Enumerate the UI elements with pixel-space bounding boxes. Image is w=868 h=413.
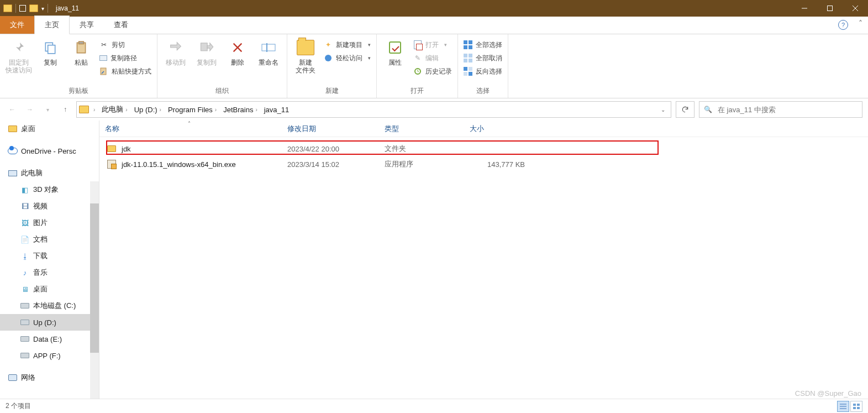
col-date[interactable]: 修改日期 (282, 124, 379, 134)
svg-rect-9 (201, 43, 208, 51)
minimize-button[interactable] (792, 0, 817, 17)
select-all-button[interactable]: 全部选择 (464, 39, 502, 51)
invert-icon (464, 67, 472, 76)
delete-button[interactable]: 删除 (225, 36, 250, 66)
tree-node-3dobjects[interactable]: ◧3D 对象 (0, 181, 99, 198)
group-open: 属性 打开▾ ✎编辑 历史记录 打开 (377, 34, 458, 98)
address-bar[interactable]: › 此电脑› Up (D:)› Program Files› JetBrains… (76, 101, 671, 118)
edit-button[interactable]: ✎编辑 (413, 52, 452, 64)
copyto-icon (198, 39, 215, 56)
easyaccess-icon (324, 54, 333, 62)
breadcrumb-root[interactable]: › (91, 107, 97, 113)
breadcrumb-segment[interactable]: Up (D:)› (132, 106, 164, 114)
folder-icon (106, 145, 117, 152)
minimize-ribbon-icon[interactable]: ˄ (859, 19, 862, 28)
pin-icon (10, 39, 28, 56)
icons-view-button[interactable] (850, 401, 862, 412)
folder-icon (29, 4, 38, 12)
breadcrumb-segment[interactable]: java_11 (262, 106, 292, 114)
breadcrumb-segment[interactable]: Program Files› (166, 106, 219, 114)
group-label: 剪贴板 (69, 86, 88, 98)
svg-rect-21 (853, 407, 856, 409)
cube-icon: ◧ (20, 185, 30, 194)
paste-icon (72, 39, 90, 56)
open-button[interactable]: 打开▾ (413, 39, 452, 51)
details-view-button[interactable] (837, 401, 849, 412)
tree-node-network[interactable]: 网络 (0, 369, 99, 386)
checkbox-icon[interactable] (19, 5, 26, 12)
search-box[interactable]: 🔍 (699, 101, 862, 118)
tree-node-downloads[interactable]: ⭳下载 (0, 248, 99, 264)
easy-access-button[interactable]: 轻松访问▾ (324, 52, 371, 64)
svg-rect-19 (853, 404, 856, 406)
tree-node-edrive[interactable]: Data (E:) (0, 331, 99, 347)
col-name[interactable]: 名称 (99, 124, 282, 134)
tree-node-fdrive[interactable]: APP (F:) (0, 347, 99, 364)
file-row[interactable]: jdk 2023/4/22 20:00 文件夹 (106, 142, 553, 156)
copy-path-button[interactable]: 复制路径 (99, 52, 151, 64)
tree-node-ddrive[interactable]: Up (D:) (0, 314, 99, 331)
tab-file[interactable]: 文件 (0, 16, 34, 34)
pc-icon (8, 169, 18, 177)
paste-button[interactable]: 粘贴 (69, 36, 94, 66)
folder-icon (3, 4, 12, 12)
move-to-button[interactable]: 移动到 (163, 36, 188, 66)
forward-button[interactable]: → (23, 103, 36, 116)
title-bar: ▾ java_11 (0, 0, 868, 17)
tab-share[interactable]: 共享 (70, 16, 104, 34)
svg-rect-7 (79, 41, 84, 44)
breadcrumb-segment[interactable]: 此电脑› (99, 104, 129, 114)
copy-button[interactable]: 复制 (38, 36, 63, 66)
paste-shortcut-button[interactable]: 粘贴快捷方式 (99, 65, 151, 77)
svg-rect-22 (857, 407, 860, 409)
address-dropdown-icon[interactable]: ⌄ (661, 107, 669, 113)
path-icon (99, 55, 107, 61)
chevron-down-icon: ▾ (368, 55, 371, 61)
history-button[interactable]: 历史记录 (413, 65, 452, 77)
tree-node-music[interactable]: ♪音乐 (0, 264, 99, 281)
chevron-down-icon: ▾ (444, 42, 447, 48)
col-size[interactable]: 大小 (464, 124, 547, 134)
tree-node-documents[interactable]: 📄文档 (0, 231, 99, 248)
close-button[interactable] (843, 0, 868, 17)
search-icon: 🔍 (704, 106, 712, 113)
tree-node-cdrive[interactable]: 本地磁盘 (C:) (0, 297, 99, 314)
col-type[interactable]: 类型 (379, 124, 464, 134)
rename-icon (260, 39, 277, 56)
history-icon (413, 67, 422, 76)
svg-rect-1 (828, 6, 833, 11)
help-button[interactable]: ? (838, 20, 848, 30)
tab-home[interactable]: 主页 (34, 15, 70, 34)
tree-node-videos[interactable]: 🎞视频 (0, 198, 99, 215)
breadcrumb-segment[interactable]: JetBrains› (221, 106, 260, 114)
cloud-icon (8, 147, 18, 155)
up-button[interactable]: ↑ (59, 103, 72, 116)
copy-to-button[interactable]: 复制到 (194, 36, 219, 66)
invert-selection-button[interactable]: 反向选择 (464, 65, 502, 77)
qat-dropdown-icon[interactable]: ▾ (41, 6, 44, 12)
tree-scrollbar-thumb[interactable] (90, 203, 99, 353)
properties-button[interactable]: 属性 (382, 36, 408, 66)
rename-button[interactable]: 重命名 (256, 36, 281, 66)
new-folder-button[interactable]: 新建 文件夹 (293, 36, 318, 74)
search-input[interactable] (717, 105, 858, 114)
maximize-button[interactable] (817, 0, 843, 17)
tree-node-pictures[interactable]: 🖼图片 (0, 215, 99, 231)
tab-view[interactable]: 查看 (104, 16, 138, 34)
folder-icon (8, 124, 18, 133)
back-button[interactable]: ← (6, 103, 19, 116)
tree-node-desktop[interactable]: 桌面 (0, 121, 99, 137)
refresh-button[interactable] (676, 101, 695, 118)
tree-node-onedrive[interactable]: OneDrive - Persc (0, 143, 99, 159)
select-none-button[interactable]: 全部取消 (464, 52, 502, 64)
newitem-icon: ✦ (324, 40, 333, 49)
download-icon: ⭳ (20, 252, 30, 260)
cut-button[interactable]: ✂剪切 (99, 39, 151, 51)
item-count: 2 个项目 (6, 401, 31, 411)
pin-quickaccess-button[interactable]: 固定到 快速访问 (6, 36, 32, 74)
recent-dropdown[interactable]: ▾ (41, 103, 54, 116)
new-item-button[interactable]: ✦新建项目▾ (324, 39, 371, 51)
tree-node-thispc[interactable]: 此电脑 (0, 165, 99, 181)
tree-node-desktop2[interactable]: 🖥桌面 (0, 281, 99, 297)
file-row[interactable]: jdk-11.0.15.1_windows-x64_bin.exe 2023/3… (106, 157, 553, 171)
